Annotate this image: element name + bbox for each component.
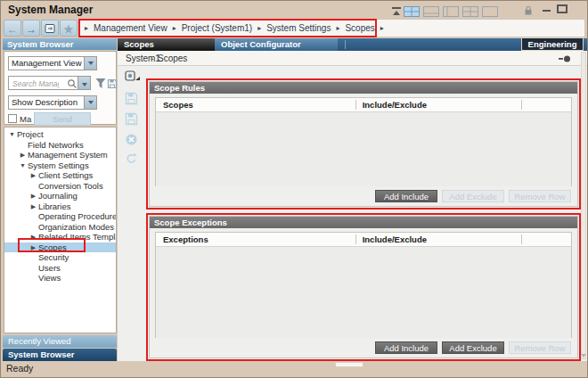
scope-exceptions-panel: Scope Exceptions Exceptions Include/Excl… xyxy=(149,216,578,358)
save-all-icon[interactable] xyxy=(125,112,138,129)
save-icon[interactable] xyxy=(125,92,138,109)
ma-checkbox[interactable] xyxy=(8,114,17,123)
chevron-down-icon[interactable] xyxy=(84,57,96,70)
breadcrumb-item[interactable]: Scopes xyxy=(345,23,374,33)
chevron-down-icon[interactable] xyxy=(84,96,96,109)
layout-quad-icon[interactable] xyxy=(404,4,420,15)
tree-item-label: System Settings xyxy=(27,160,89,170)
search-box[interactable] xyxy=(8,76,91,90)
tree-collapsed-icon[interactable]: ▶ xyxy=(29,170,37,181)
tree-collapsed-icon[interactable]: ▶ xyxy=(19,150,27,160)
system-browser-bar[interactable]: System Browser xyxy=(3,349,117,361)
send-button[interactable]: Send xyxy=(34,112,91,126)
tree-item-field-networks[interactable]: Field Networks xyxy=(4,140,116,151)
pin-icon[interactable] xyxy=(559,54,571,63)
tree: ▼ProjectField Networks▶Management System… xyxy=(4,127,117,333)
scope-exceptions-table[interactable]: Exceptions Include/Exclude xyxy=(155,232,572,338)
tree-item-libraries[interactable]: ▶Libraries xyxy=(4,201,116,212)
breadcrumb-separator-icon: ▸ xyxy=(336,24,339,32)
tree-item-related-items-templates[interactable]: ▶Related Items Templates xyxy=(4,232,116,242)
exceptions-add-include-button[interactable]: Add Include xyxy=(375,341,437,354)
search-dropdown-icon[interactable] xyxy=(78,77,90,89)
tab-scopes[interactable]: Scopes xyxy=(118,38,215,51)
tree-item-security[interactable]: Security xyxy=(4,252,116,263)
maximize-button[interactable] xyxy=(557,4,568,13)
tree-item-organization-modes[interactable]: Organization Modes xyxy=(4,222,116,233)
tree-item-journaling[interactable]: ▶Journaling xyxy=(4,191,116,201)
tree-collapsed-icon[interactable]: ▶ xyxy=(29,201,37,212)
column-divider xyxy=(521,100,522,110)
tree-item-label: Views xyxy=(37,273,61,283)
tree-item-system-settings[interactable]: ▼System Settings xyxy=(4,160,116,171)
tab-object-configurator[interactable]: Object Configurator xyxy=(215,38,338,51)
forward-button[interactable]: → xyxy=(22,20,40,37)
column-include-exclude[interactable]: Include/Exclude xyxy=(363,98,427,111)
history-button[interactable] xyxy=(41,20,59,37)
recently-viewed-bar[interactable]: Recently Viewed xyxy=(3,335,117,348)
tree-item-label: Users xyxy=(37,263,61,273)
tree-item-label: Organization Modes xyxy=(37,222,114,232)
scope-rules-table[interactable]: Scopes Include/Exclude xyxy=(155,97,572,186)
app-window: System Manager ← → ★ ▸Management View▸Pr… xyxy=(0,0,588,378)
layout-single-icon[interactable] xyxy=(482,4,498,15)
tree-expanded-icon[interactable]: ▼ xyxy=(8,129,16,140)
tree-item-project[interactable]: ▼Project xyxy=(4,129,116,140)
column-divider xyxy=(521,234,522,244)
tree-collapsed-icon[interactable]: ▶ xyxy=(29,191,37,201)
tree-item-conversion-tools[interactable]: Conversion Tools xyxy=(4,181,116,192)
breadcrumb[interactable]: ▸Management View▸Project (System1)▸Syste… xyxy=(78,19,585,37)
breadcrumb-item[interactable]: Project (System1) xyxy=(182,23,252,33)
path-row: System1 - Scopes xyxy=(118,51,587,66)
tree-item-scopes[interactable]: ▶Scopes xyxy=(4,242,116,253)
save-filter-icon[interactable] xyxy=(107,77,118,93)
search-input[interactable] xyxy=(11,78,61,89)
tree-item-label: Scopes xyxy=(37,242,67,252)
tree-item-operating-procedures[interactable]: Operating Procedures xyxy=(4,211,116,222)
layout-left-icon[interactable] xyxy=(443,4,459,15)
minimize-button[interactable] xyxy=(543,10,551,12)
favorites-button[interactable]: ★ xyxy=(60,20,78,37)
save-all-glyph xyxy=(125,112,138,126)
tree-item-label: Client Settings xyxy=(37,170,93,180)
tree-collapsed-icon[interactable]: ▶ xyxy=(29,242,37,253)
status-text: Ready xyxy=(6,363,33,374)
report-options-glyph xyxy=(125,70,141,84)
exceptions-remove-row-button[interactable]: Remove Row xyxy=(509,341,571,354)
refresh-icon[interactable] xyxy=(125,152,138,169)
tree-collapsed-icon[interactable]: ▶ xyxy=(29,232,37,242)
content-vertical-scrollbar[interactable] xyxy=(581,52,586,359)
rules-add-include-button[interactable]: Add Include xyxy=(375,190,437,202)
scrollbar-down-arrow-icon[interactable] xyxy=(581,354,586,360)
breadcrumb-separator-icon: ▸ xyxy=(173,24,176,32)
filter-icon[interactable] xyxy=(95,77,106,93)
path-root[interactable]: System1 xyxy=(126,53,160,63)
column-scopes[interactable]: Scopes xyxy=(163,98,193,111)
layout-bottom-icon[interactable] xyxy=(423,4,439,15)
refresh-glyph xyxy=(125,152,138,166)
scope-exceptions-table-body[interactable] xyxy=(156,247,571,338)
tab-engineering[interactable]: Engineering xyxy=(521,37,584,51)
report-options-icon[interactable] xyxy=(125,70,141,87)
column-include-exclude[interactable]: Include/Exclude xyxy=(363,233,427,246)
breadcrumb-item[interactable]: Management View xyxy=(94,23,167,33)
layout-split-icon[interactable] xyxy=(462,4,478,15)
path-current[interactable]: Scopes xyxy=(158,53,187,63)
rules-add-exclude-button[interactable]: Add Exclude xyxy=(442,190,504,202)
scope-rules-table-body[interactable] xyxy=(156,112,571,186)
back-button[interactable]: ← xyxy=(4,20,21,37)
tree-item-client-settings[interactable]: ▶Client Settings xyxy=(4,170,116,181)
tree-item-label: Journaling xyxy=(37,191,78,201)
exceptions-add-exclude-button[interactable]: Add Exclude xyxy=(442,341,504,354)
cancel-icon[interactable] xyxy=(125,133,138,150)
column-exceptions[interactable]: Exceptions xyxy=(163,233,208,246)
lock-glyph xyxy=(523,4,534,16)
tree-item-views[interactable]: Views xyxy=(4,273,116,284)
tree-item-users[interactable]: Users xyxy=(4,263,116,274)
rules-remove-row-button[interactable]: Remove Row xyxy=(509,190,571,202)
content-horizontal-scrollbar-thumb[interactable] xyxy=(335,362,363,367)
tree-item-management-system[interactable]: ▶Management System xyxy=(4,150,116,160)
description-selector-dropdown[interactable]: Show Description xyxy=(8,95,97,110)
tree-expanded-icon[interactable]: ▼ xyxy=(19,160,27,171)
breadcrumb-item[interactable]: System Settings xyxy=(266,23,331,33)
view-selector-dropdown[interactable]: Management View xyxy=(8,56,97,70)
